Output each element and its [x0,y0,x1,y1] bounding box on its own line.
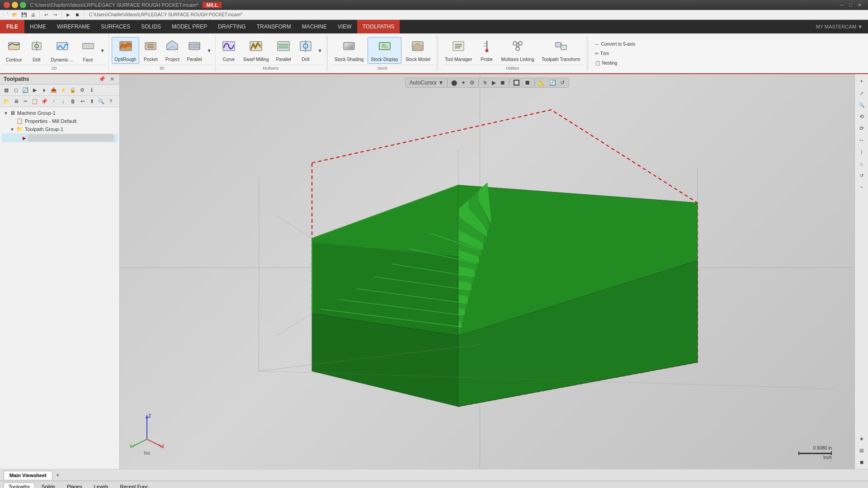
ribbon-stock-model[interactable]: Stock Model [402,37,434,64]
ptb-info[interactable]: ℹ [87,85,96,94]
rp-shade[interactable]: ◼ [856,456,867,467]
qa-redo[interactable]: ↪ [51,11,59,19]
vp-btn10[interactable]: 🔄 [548,79,557,86]
ptb-deselect[interactable]: ◻ [11,85,20,94]
ribbon-parallel-3d[interactable]: Parallel [184,37,205,64]
qa-open[interactable]: 📂 [11,11,19,19]
ribbon-tool-manager[interactable]: Tool Manager [442,37,476,64]
vs-tab-main[interactable]: Main Viewsheet [4,471,52,479]
vs-add-btn[interactable]: + [53,470,62,479]
rp-rot-right[interactable]: ⟳ [856,123,867,134]
ribbon-nesting[interactable]: 📋 Nesting [593,59,638,67]
ribbon-drill[interactable]: Drill [26,37,47,64]
ribbon-project[interactable]: Project [162,37,183,64]
viewport[interactable]: AutoCursor ▼ ⬤ ✦ ⚙ 🖱 ▶ ⏹ 🔲 🔳 📐 🔄 ↺ [120,74,854,469]
ptb-select-all[interactable]: ▦ [2,85,11,94]
panel-close-btn[interactable]: ✕ [108,76,116,82]
menu-modelprep[interactable]: MODEL PREP [166,20,212,33]
ptb2-copy[interactable]: 📋 [30,97,39,106]
ribbon-toolpath-transform[interactable]: Toolpath Transform [538,37,584,64]
qa-undo[interactable]: ↩ [42,11,50,19]
vp-btn6[interactable]: ⏹ [499,79,507,86]
ribbon-probe[interactable]: Probe [476,37,497,64]
ribbon-drill-ma[interactable]: Drill [295,37,316,64]
ribbon-trim[interactable]: ✂ Trim [593,50,638,57]
ptb-settings[interactable]: ⚙ [78,85,87,94]
min-btn[interactable] [12,2,18,8]
qa-print[interactable]: 🖨 [29,11,37,19]
bot-tab-recent[interactable]: Recent Func... [115,483,158,488]
rp-zoom-in[interactable]: + [856,76,867,87]
ribbon-curve[interactable]: Curve [218,37,239,64]
menu-home[interactable]: HOME [24,20,52,33]
vp-btn1[interactable]: ⬤ [450,79,458,86]
ribbon-parallel-ma[interactable]: Parallel [273,37,294,64]
vp-autocursor[interactable]: AutoCursor ▼ [408,79,445,86]
rp-zoom-ext[interactable]: ⤢ [856,88,867,99]
menu-right[interactable]: MY MASTERCAM ▼ [810,20,868,33]
vp-btn5[interactable]: ▶ [491,79,497,86]
qa-verify[interactable]: ▶ [64,11,72,19]
ptb2-paste[interactable]: 📌 [40,97,49,106]
rp-display[interactable]: ▤ [856,445,867,455]
ptb2-move-dn[interactable]: ↓ [59,97,68,106]
menu-toolpaths[interactable]: TOOLPATHS [357,20,400,33]
rp-zoom-out[interactable]: − [856,182,867,192]
win-close-icon[interactable]: ✕ [858,2,862,8]
rp-rot-left[interactable]: ⟲ [856,111,867,122]
bot-tab-toolpaths[interactable]: Toolpaths [4,483,35,488]
ptb2-filter[interactable]: 🔍 [97,97,106,106]
tree-machine-group[interactable]: ▼ 🖥 Machine Group-1 [2,109,118,117]
vp-btn4[interactable]: 🖱 [481,79,489,86]
menu-wireframe[interactable]: WIREFRAME [52,20,95,33]
ribbon-pocket[interactable]: Pocket [140,37,161,64]
2d-more-btn[interactable]: ▼ [99,48,106,53]
qa-stop[interactable]: ⏹ [73,11,81,19]
vp-btn7[interactable]: 🔲 [512,79,521,86]
ptb2-move-up[interactable]: ↑ [49,97,58,106]
panel-pin-btn[interactable]: 📌 [97,76,107,82]
vp-btn9[interactable]: 📐 [537,79,547,86]
ptb-simulate[interactable]: ▶ [30,85,39,94]
bot-tab-solids[interactable]: Solids [37,483,60,488]
bot-tab-levels[interactable]: Levels [89,483,113,488]
ptb2-cut[interactable]: ✂ [21,97,30,106]
menu-surfaces[interactable]: SURFACES [95,20,136,33]
ptb2-help[interactable]: ? [106,97,115,106]
ptb-post[interactable]: 📤 [49,85,58,94]
ribbon-face[interactable]: Face [78,37,99,64]
ribbon-stock-display[interactable]: Stock Display [368,37,401,64]
vp-btn2[interactable]: ✦ [460,79,467,86]
menu-view[interactable]: VIEW [332,20,357,33]
menu-machine[interactable]: MACHINE [297,20,332,33]
ptb2-undo[interactable]: ↩ [78,97,87,106]
ptb2-new[interactable]: 📁 [2,97,11,106]
menu-transform[interactable]: TRANSFORM [251,20,297,33]
menu-drafting[interactable]: DRAFTING [212,20,251,33]
ptb2-del[interactable]: 🗑 [68,97,77,106]
ptb2-sort[interactable]: ⬆ [87,97,96,106]
vp-btn11[interactable]: ↺ [559,79,566,86]
close-btn[interactable] [4,2,10,8]
rp-pan-v[interactable]: ↕ [856,146,867,157]
tree-properties[interactable]: 📋 Properties - Mill Default [2,117,118,125]
tree-toolpath-group[interactable]: ▼ 📁 Toolpath Group-1 [2,125,118,133]
ribbon-multiaxis-linking[interactable]: Multiaxis Linking [498,37,538,64]
rp-zoom-sel[interactable]: 🔍 [856,99,867,110]
ptb-lock[interactable]: 🔒 [68,85,77,94]
menu-file[interactable]: FILE [0,20,24,33]
rp-rotate[interactable]: ↺ [856,170,867,181]
ribbon-swarf[interactable]: Swarf Milling [240,37,272,64]
ptb-highfeed[interactable]: ⚡ [59,85,68,94]
ribbon-dynamic[interactable]: Dynamic ... [48,37,77,64]
win-max-icon[interactable]: □ [849,2,852,8]
vp-btn8[interactable]: 🔳 [523,79,532,86]
ptb2-machine[interactable]: 🖥 [11,97,20,106]
ptb-regen[interactable]: 🔄 [21,85,30,94]
qa-save[interactable]: 💾 [20,11,28,19]
max-btn[interactable] [20,2,26,8]
ribbon-optirough[interactable]: OptiRough [112,37,140,64]
vp-btn3[interactable]: ⚙ [468,79,476,86]
qa-new[interactable]: 📄 [2,11,10,19]
menu-solids[interactable]: SOLIDS [136,20,166,33]
